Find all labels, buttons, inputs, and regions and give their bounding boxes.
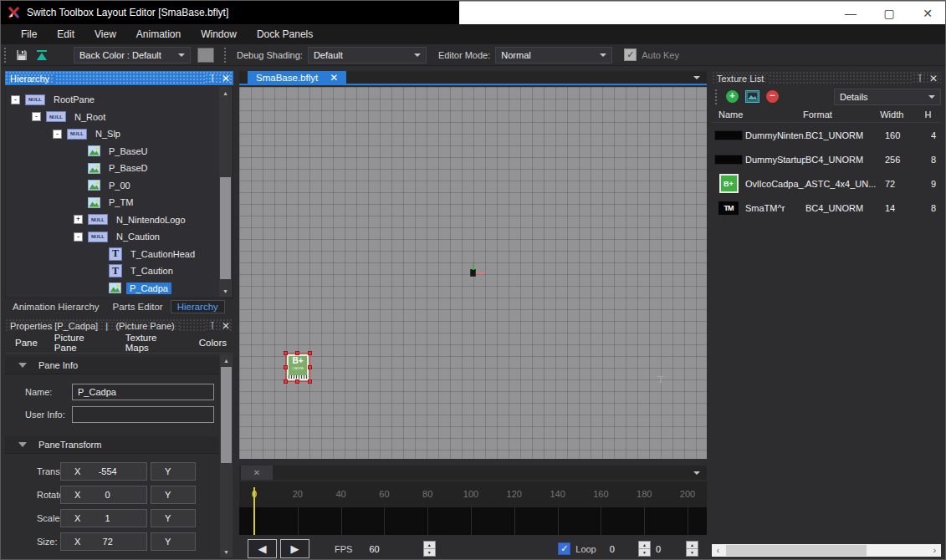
fps-stepper[interactable]: ▲▼	[423, 541, 436, 557]
close-icon[interactable]: ✕	[929, 74, 938, 84]
user-info-input[interactable]	[72, 406, 214, 423]
playhead[interactable]	[253, 487, 255, 535]
scroll-left-icon[interactable]: ‹	[712, 546, 724, 555]
pane-info-header[interactable]: Pane Info	[5, 357, 219, 374]
scroll-up-icon[interactable]: ▲	[220, 354, 233, 366]
menu-edit[interactable]: Edit	[47, 28, 84, 40]
tab-texture-maps[interactable]: Texture Maps	[119, 331, 189, 354]
scroll-up-icon[interactable]: ▲	[219, 87, 232, 99]
column-header-width[interactable]: Width	[880, 109, 924, 120]
transform-y-input[interactable]: Y	[151, 532, 196, 551]
tree-node-n_root[interactable]: -NULLN_Root	[6, 109, 233, 126]
resize-handle[interactable]	[284, 379, 288, 384]
resize-handle[interactable]	[295, 379, 299, 384]
texture-row-dummystartup-[interactable]: DummyStartup...BC4_UNORM2568	[712, 147, 941, 171]
toolbar-grip[interactable]	[715, 89, 719, 104]
column-header-format[interactable]: Format	[803, 109, 880, 120]
resize-handle[interactable]	[308, 365, 312, 369]
toolbar-grip-2[interactable]	[224, 48, 228, 63]
resize-handle[interactable]	[295, 351, 299, 355]
close-button[interactable]: ✕	[908, 2, 946, 24]
pin-icon[interactable]: ⊺	[210, 321, 215, 331]
tree-node-rootpane[interactable]: -NULLRootPane	[6, 91, 233, 109]
hierarchy-scrollbar[interactable]: ▲ ▼	[219, 87, 232, 297]
collapse-icon[interactable]: -	[32, 112, 41, 121]
texture-hscrollbar[interactable]: ‹ ›	[712, 544, 941, 557]
scroll-right-icon[interactable]: ›	[928, 546, 941, 555]
transform-y-input[interactable]: Y	[151, 486, 196, 504]
name-input[interactable]: P_Cadpa	[72, 384, 214, 400]
back-color-combo[interactable]: Back Color : Default	[74, 47, 191, 64]
pane-transform-header[interactable]: PaneTransform	[5, 436, 219, 454]
tree-node-p_cadpa[interactable]: P_Cadpa	[6, 280, 233, 298]
tree-node-t_cautionhead[interactable]: TT_CautionHead	[6, 246, 233, 263]
selected-pane[interactable]: B+ CADPA	[285, 353, 310, 382]
hierarchy-caption[interactable]: Hierarchy ⊺ ✕	[5, 71, 233, 85]
scroll-down-icon[interactable]: ▼	[220, 546, 233, 557]
tree-node-t_caution[interactable]: TT_Caution	[6, 262, 233, 280]
texture-list-caption[interactable]: Texture List ⊺ ✕	[712, 71, 941, 85]
loop-end-stepper[interactable]: ▲▼	[686, 541, 698, 557]
toolbar-grip[interactable]	[4, 48, 8, 63]
chevron-down-icon[interactable]	[693, 76, 700, 79]
close-icon[interactable]: ✕	[222, 321, 230, 331]
view-mode-combo[interactable]: Details	[834, 89, 941, 105]
remove-texture-button[interactable]: −	[766, 90, 779, 103]
resize-handle[interactable]	[308, 379, 312, 384]
collapse-icon[interactable]: -	[53, 130, 62, 139]
scroll-down-icon[interactable]: ▼	[219, 285, 232, 297]
transform-x-input[interactable]: X-554	[60, 462, 147, 481]
resize-handle[interactable]	[308, 351, 312, 355]
save-icon[interactable]	[14, 48, 29, 63]
tab-parts-editor[interactable]: Parts Editor	[107, 301, 169, 313]
debug-shading-combo[interactable]: Default	[308, 47, 427, 64]
resize-handle[interactable]	[284, 351, 288, 355]
pin-icon[interactable]: ⊺	[918, 74, 923, 84]
collapse-icon[interactable]: -	[74, 232, 83, 242]
transform-tool-icon[interactable]	[34, 48, 49, 63]
texture-row-smatm-r[interactable]: TMSmaTM^rBC4_UNORM148	[712, 196, 941, 220]
minimize-button[interactable]: —	[831, 2, 870, 24]
close-icon[interactable]: ✕	[222, 74, 230, 84]
timeline-tab-close[interactable]: ✕	[241, 466, 273, 480]
tab-pane[interactable]: Pane	[8, 336, 44, 349]
expand-icon[interactable]: +	[74, 215, 83, 224]
tab-animation-hierarchy[interactable]: Animation Hierarchy	[7, 301, 105, 313]
tree-node-n_caution[interactable]: -NULLN_Caution	[6, 228, 233, 246]
column-header-h[interactable]: H	[925, 109, 941, 120]
tab-picture-pane[interactable]: Picture Pane	[48, 331, 115, 354]
transform-x-input[interactable]: X72	[60, 532, 147, 551]
close-icon[interactable]: ✕	[330, 73, 338, 83]
view-texture-button[interactable]	[745, 90, 759, 103]
column-header-name[interactable]: Name	[712, 109, 803, 120]
pin-icon[interactable]: ⊺	[210, 74, 215, 84]
auto-key-checkbox[interactable]: ✓	[624, 48, 637, 61]
tree-node-p_00[interactable]: P_00	[6, 177, 233, 195]
transform-y-input[interactable]: Y	[151, 509, 196, 527]
tab-hierarchy[interactable]: Hierarchy	[171, 300, 225, 313]
menu-window[interactable]: Window	[191, 28, 247, 40]
loop-end-value[interactable]: 0	[656, 544, 661, 554]
back-color-swatch[interactable]	[197, 48, 214, 63]
editor-mode-combo[interactable]: Normal	[495, 47, 612, 64]
layout-viewport[interactable]: B+ CADPA T	[239, 87, 707, 459]
tree-node-n_slp[interactable]: -NULLN_Slp	[6, 125, 233, 143]
loop-start-value[interactable]: 0	[610, 544, 615, 554]
fps-value[interactable]: 60	[369, 544, 379, 554]
collapse-icon[interactable]: -	[11, 95, 20, 104]
tree-node-p_tm[interactable]: P_TM	[6, 194, 233, 211]
origin-gizmo[interactable]	[470, 269, 476, 277]
transform-x-input[interactable]: X0	[60, 486, 147, 504]
resize-handle[interactable]	[284, 365, 288, 369]
menu-animation[interactable]: Animation	[126, 28, 191, 40]
prev-frame-button[interactable]: ◀	[248, 539, 277, 558]
transform-x-input[interactable]: X1	[60, 509, 147, 527]
menu-view[interactable]: View	[84, 28, 126, 40]
timeline-ruler[interactable]: 020406080100120140160180200	[239, 481, 707, 507]
tree-node-p_baseu[interactable]: P_BaseU	[6, 143, 233, 160]
menu-file[interactable]: File	[11, 28, 47, 40]
document-tab[interactable]: SmaBase.bflyt ✕	[248, 71, 346, 84]
timeline-track[interactable]	[239, 507, 707, 535]
texture-row-dummyninten-[interactable]: DummyNinten...BC1_UNORM1604	[712, 123, 941, 147]
add-texture-button[interactable]: +	[726, 90, 739, 103]
